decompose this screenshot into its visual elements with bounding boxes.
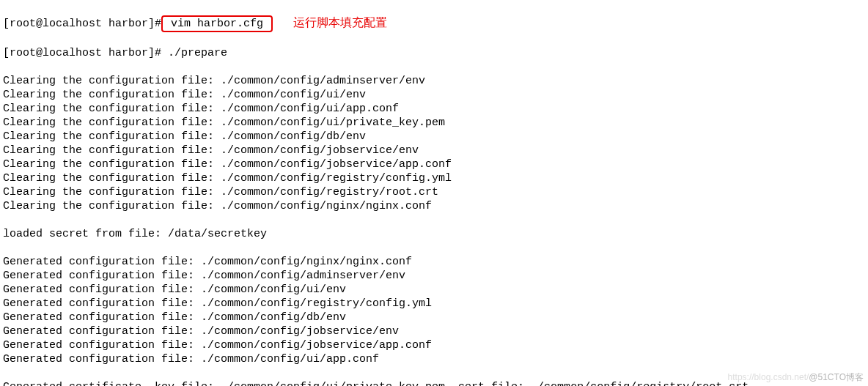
highlighted-command: vim harbor.cfg	[161, 15, 273, 32]
clearing-line: Clearing the configuration file: ./commo…	[3, 74, 868, 88]
clearing-line: Clearing the configuration file: ./commo…	[3, 88, 868, 102]
watermark: https://blog.csdn.net/@51CTO博客	[728, 371, 864, 385]
generated-line: Generated configuration file: ./common/c…	[3, 283, 868, 297]
command: ./prepare	[161, 47, 227, 59]
clearing-line: Clearing the configuration file: ./commo…	[3, 144, 868, 157]
prompt: [root@localhost harbor]#	[3, 47, 161, 59]
terminal-output[interactable]: [root@localhost harbor]# vim harbor.cfg …	[0, 0, 868, 386]
generated-line: Generated configuration file: ./common/c…	[3, 255, 868, 269]
generated-line: Generated configuration file: ./common/c…	[3, 311, 868, 324]
clearing-line: Clearing the configuration file: ./commo…	[3, 157, 868, 171]
clearing-line: Clearing the configuration file: ./commo…	[3, 102, 868, 116]
prompt-line-1: [root@localhost harbor]# vim harbor.cfg …	[3, 15, 868, 32]
prompt-line-2: [root@localhost harbor]# ./prepare	[3, 46, 868, 60]
clearing-line: Clearing the configuration file: ./commo…	[3, 130, 868, 144]
generated-line: Generated configuration file: ./common/c…	[3, 297, 868, 311]
annotation-text: 运行脚本填充配置	[293, 15, 387, 29]
clearing-line: Clearing the configuration file: ./commo…	[3, 199, 868, 213]
generated-line: Generated configuration file: ./common/c…	[3, 352, 868, 366]
clearing-line: Clearing the configuration file: ./commo…	[3, 185, 868, 199]
prompt: [root@localhost harbor]#	[3, 18, 161, 30]
generated-line: Generated configuration file: ./common/c…	[3, 338, 868, 352]
generated-line: Generated configuration file: ./common/c…	[3, 324, 868, 338]
generated-line: Generated configuration file: ./common/c…	[3, 269, 868, 283]
clearing-line: Clearing the configuration file: ./commo…	[3, 171, 868, 185]
clearing-line: Clearing the configuration file: ./commo…	[3, 116, 868, 130]
secret-line: loaded secret from file: /data/secretkey	[3, 227, 868, 241]
